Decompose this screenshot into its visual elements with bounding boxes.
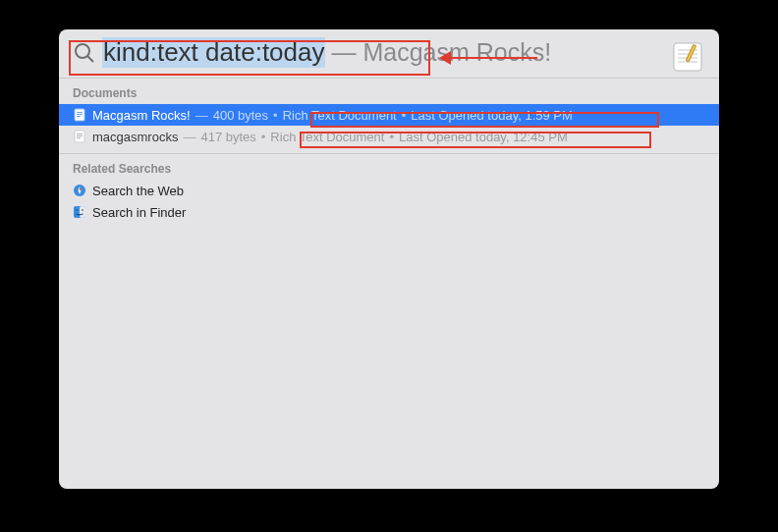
related-section-label: Related Searches [59,154,719,180]
related-label: Search in Finder [92,205,186,220]
search-input[interactable]: kind:text date:today — Macgasm Rocks! [102,37,551,68]
rtf-file-icon [73,130,86,143]
related-label: Search the Web [92,184,184,198]
finder-icon [73,205,86,219]
document-result-row[interactable]: macgasmrocks — 417 bytes • Rich Text Doc… [59,126,719,147]
rtf-file-icon [73,108,86,122]
svg-rect-20 [80,206,85,218]
document-kind: Rich Text Document [283,108,397,123]
svg-rect-13 [77,133,83,134]
svg-rect-9 [77,112,83,113]
document-opened: Last Opened today, 1:59 PM [411,108,573,123]
document-name: macgasmrocks [92,130,178,144]
related-search-web[interactable]: Search the Web [59,180,719,201]
document-size: 400 bytes [213,108,268,123]
svg-point-0 [76,44,89,58]
document-opened: Last Opened today, 12:45 PM [399,130,568,144]
document-name: Macgasm Rocks! [92,108,191,123]
search-icon [73,41,96,65]
search-suggestion: — Macgasm Rocks! [331,38,551,67]
document-result-row[interactable]: Macgasm Rocks! — 400 bytes • Rich Text D… [59,104,719,126]
svg-rect-10 [77,114,83,115]
svg-rect-15 [77,137,81,138]
document-size: 417 bytes [200,130,255,144]
svg-point-21 [76,209,78,211]
document-kind: Rich Text Document [270,130,384,144]
safari-icon [73,184,86,197]
textedit-icon [670,39,705,75]
search-row: kind:text date:today — Macgasm Rocks! [59,29,719,78]
related-search-finder[interactable]: Search in Finder [59,201,719,223]
svg-line-1 [87,56,93,62]
svg-rect-14 [77,135,83,136]
spotlight-window: kind:text date:today — Macgasm Rocks! Do… [59,29,719,489]
documents-section-label: Documents [59,79,719,104]
search-query-text: kind:text date:today [102,37,325,68]
svg-rect-11 [77,116,81,117]
svg-point-22 [82,209,83,211]
